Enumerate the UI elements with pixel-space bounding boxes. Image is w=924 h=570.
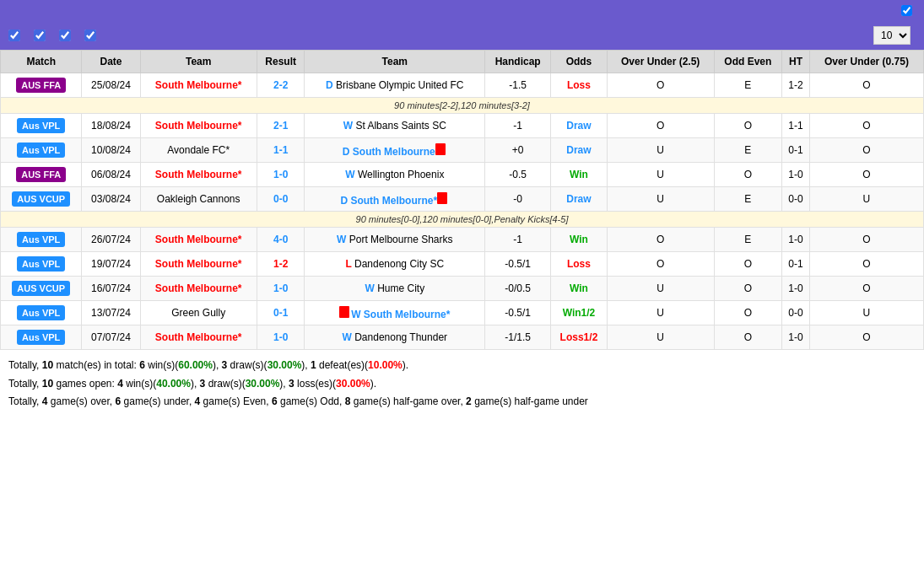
- summary-text: match(es) in total:: [53, 359, 139, 371]
- team2-cell: D South Melbourne: [305, 138, 485, 163]
- summary-text: 1: [311, 359, 316, 371]
- summary-text: 10.00%: [368, 359, 403, 371]
- odd-even-cell: O: [714, 301, 782, 325]
- team1-cell: South Melbourne*: [140, 163, 257, 187]
- match-date: 03/08/24: [82, 187, 140, 212]
- ou25-cell: U: [607, 163, 714, 187]
- summary-text: ),: [279, 378, 289, 390]
- summary-text: 30.00%: [267, 359, 302, 371]
- match-outcome: W: [365, 282, 377, 294]
- display-notes-checkbox[interactable]: [901, 5, 912, 16]
- team1-name: South Melbourne*: [155, 282, 242, 294]
- team1-name: South Melbourne*: [155, 258, 242, 270]
- summary-text: win(s)(: [145, 359, 178, 371]
- team2-cell: W Port Melbourne Sharks: [305, 228, 485, 252]
- team1-name: South Melbourne*: [155, 234, 242, 245]
- team2-cell: W South Melbourne*: [305, 301, 485, 325]
- filter-aus-cupq[interactable]: [84, 30, 100, 41]
- match-badge-cell: Aus VPL: [1, 228, 82, 252]
- red-card-icon: [435, 143, 446, 155]
- ht-cell: 0-1: [782, 138, 810, 163]
- team2-cell: D Brisbane Olympic United FC: [305, 73, 485, 98]
- handicap-cell: +0: [485, 138, 551, 163]
- odds-value: Loss: [567, 79, 591, 91]
- summary-text: 40.00%: [156, 378, 191, 390]
- summary-text: ),: [301, 359, 311, 371]
- ou25-cell: O: [607, 114, 714, 138]
- summary-text: ),: [191, 378, 200, 390]
- ou25-cell: U: [607, 187, 714, 212]
- result-score: 1-0: [273, 282, 288, 294]
- table-row: Aus VPL13/07/24Green Gully0-1W South Mel…: [1, 301, 924, 325]
- odd-even-cell: O: [714, 114, 782, 138]
- odds-cell: Draw: [551, 187, 608, 212]
- handicap-cell: -1: [485, 228, 551, 252]
- table-row: AUS VCUP16/07/24South Melbourne*1-0W Hum…: [1, 277, 924, 301]
- handicap-cell: -0.5: [485, 163, 551, 187]
- ou25-cell: O: [607, 252, 714, 277]
- summary-text: 60.00%: [178, 359, 213, 371]
- handicap-cell: -0.5/1: [485, 252, 551, 277]
- ht-cell: 1-1: [782, 114, 810, 138]
- handicap-cell: -1.5: [485, 73, 551, 98]
- red-card-icon: [437, 192, 447, 204]
- summary-line-1: Totally, 10 games open: 4 win(s)(40.00%)…: [8, 375, 916, 394]
- odd-even-cell: E: [714, 73, 782, 98]
- summary-text: draw(s)(: [227, 359, 267, 371]
- result-score: 0-0: [273, 193, 288, 205]
- summary-text: game(s) over,: [47, 395, 115, 407]
- filter-aus-vcup[interactable]: [34, 30, 49, 41]
- ou075-cell: O: [809, 73, 923, 98]
- col-oe: Odd Even: [714, 51, 782, 73]
- header: [0, 0, 924, 21]
- match-badge-cell: Aus VPL: [1, 301, 82, 325]
- team1-cell: Avondale FC*: [140, 138, 257, 163]
- summary-text: 10: [42, 378, 53, 390]
- odds-cell: Win: [551, 228, 608, 252]
- last-games-control: 5 10 15 20: [868, 26, 916, 45]
- match-outcome: W: [343, 331, 355, 343]
- team2-cell: L Dandenong City SC: [305, 252, 485, 277]
- ht-cell: 0-1: [782, 252, 810, 277]
- match-badge: Aus VPL: [17, 142, 65, 158]
- summary-text: 30.00%: [246, 378, 280, 390]
- last-games-select[interactable]: 5 10 15 20: [873, 26, 910, 45]
- odds-cell: Win1/2: [551, 301, 608, 325]
- match-result: 2-1: [257, 114, 305, 138]
- match-badge-cell: Aus VPL: [1, 325, 82, 350]
- result-score: 2-1: [273, 120, 288, 132]
- match-badge: AUS FFA: [16, 167, 66, 182]
- match-result: 1-0: [257, 163, 305, 187]
- summary-text: 2: [466, 395, 472, 407]
- ht-cell: 1-0: [782, 228, 810, 252]
- handicap-cell: -0: [485, 187, 551, 212]
- team1-name: Oakleigh Cannons: [157, 193, 240, 205]
- filter-aus-vpl[interactable]: [8, 30, 24, 41]
- match-result: 1-0: [257, 325, 305, 350]
- summary-text: 3: [289, 378, 294, 390]
- ht-cell: 1-0: [782, 163, 810, 187]
- filter-aus-ffa[interactable]: [59, 30, 74, 41]
- summary-text: game(s) Even,: [200, 395, 272, 407]
- odd-even-cell: E: [714, 187, 782, 212]
- summary-text: win(s)(: [123, 378, 156, 390]
- match-outcome: D: [343, 146, 353, 158]
- result-score: 1-0: [273, 331, 288, 343]
- display-notes-container: [901, 5, 916, 16]
- match-badge-cell: Aus VPL: [1, 252, 82, 277]
- summary-text: 4: [117, 378, 123, 390]
- match-badge-cell: AUS FFA: [1, 73, 82, 98]
- odd-even-cell: O: [714, 252, 782, 277]
- filters-bar: 5 10 15 20: [0, 21, 924, 50]
- ou075-cell: O: [809, 228, 923, 252]
- match-outcome: L: [346, 258, 354, 270]
- odds-value: Draw: [566, 144, 591, 156]
- ou075-cell: O: [809, 325, 923, 350]
- team2-name: South Melbourne*: [350, 195, 449, 207]
- match-outcome: W: [337, 234, 349, 245]
- match-date: 13/07/24: [82, 301, 140, 325]
- team2-name: Wellington Phoenix: [358, 169, 445, 180]
- summary-text: 30.00%: [336, 378, 370, 390]
- summary-text: loss(es)(: [294, 378, 336, 390]
- match-badge: Aus VPL: [17, 330, 65, 345]
